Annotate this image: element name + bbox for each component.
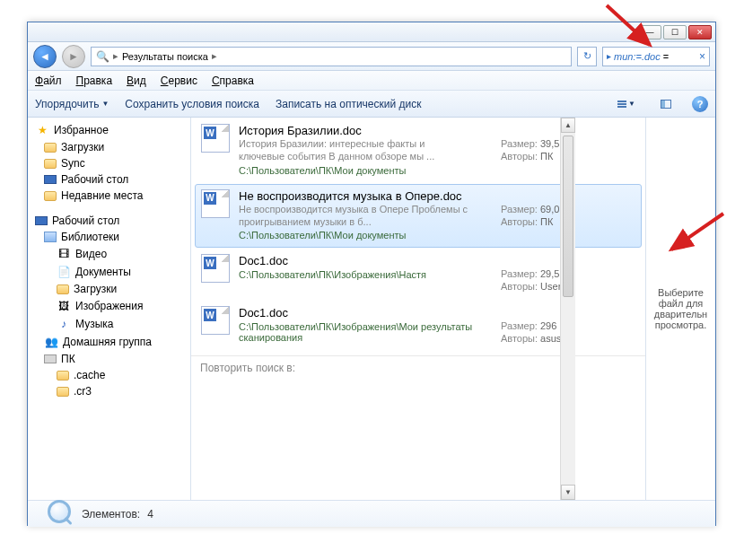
vertical-scrollbar[interactable]: ▲ ▼ <box>560 118 575 500</box>
word-doc-icon <box>201 189 230 218</box>
organize-button[interactable]: Упорядочить ▼ <box>35 98 109 110</box>
status-bar: Элементов: 4 <box>28 500 715 527</box>
address-bar[interactable]: 🔍 ▸ Результаты поиска ▸ <box>91 47 572 66</box>
navigation-bar: ◄ ► 🔍 ▸ Результаты поиска ▸ ↻ ▸ тип:=.do… <box>28 42 715 71</box>
result-row[interactable]: История Бразилии.doc История Бразилии: и… <box>191 118 645 184</box>
menu-edit[interactable]: Правка <box>76 74 113 87</box>
search-input[interactable]: ▸ тип:=.doc = × <box>602 47 710 66</box>
result-title: История Бразилии.doc <box>239 124 492 137</box>
status-label: Элементов: <box>82 508 140 521</box>
search-eq: = <box>663 51 669 62</box>
result-path: C:\Пользователи\ПК\Изображения\Мои резул… <box>239 321 492 343</box>
folder-icon <box>44 143 57 153</box>
explorer-window: — ☐ ✕ ◄ ► 🔍 ▸ Результаты поиска ▸ ↻ ▸ ти… <box>27 22 716 526</box>
menu-view[interactable]: Вид <box>127 74 146 87</box>
results-list: История Бразилии.doc История Бразилии: и… <box>191 118 645 500</box>
sidebar-desktop-root[interactable]: Рабочий стол <box>28 213 190 229</box>
folder-icon <box>57 371 69 381</box>
save-search-button[interactable]: Сохранить условия поиска <box>125 98 259 110</box>
pc-icon <box>44 354 57 363</box>
repeat-search-label: Повторить поиск в: <box>191 355 645 380</box>
sidebar-cr3[interactable]: .cr3 <box>28 383 190 399</box>
sidebar-images[interactable]: 🖼Изображения <box>28 297 190 315</box>
word-doc-icon <box>201 254 230 283</box>
breadcrumb[interactable]: Результаты поиска <box>122 51 208 62</box>
folder-icon <box>57 387 69 397</box>
status-count: 4 <box>147 508 153 521</box>
folder-icon <box>57 284 69 294</box>
folder-icon <box>44 191 57 201</box>
titlebar: — ☐ ✕ <box>28 22 715 42</box>
navigation-pane: ★Избранное Загрузки Sync Рабочий стол Не… <box>28 118 191 500</box>
help-button[interactable]: ? <box>692 96 708 112</box>
scroll-down-button[interactable]: ▼ <box>561 485 575 500</box>
preview-pane: Выберите файл для дварительн просмотра. <box>645 118 715 500</box>
result-path: C:\Пользователи\ПК\Мои документы <box>239 230 492 241</box>
preview-pane-button[interactable] <box>656 97 676 111</box>
desktop-icon <box>35 216 48 225</box>
search-results-icon: 🔍 <box>95 49 109 64</box>
sidebar-music[interactable]: ♪Музыка <box>28 315 190 333</box>
view-mode-button[interactable]: ▼ <box>613 97 640 110</box>
star-icon: ★ <box>35 123 49 137</box>
folder-icon <box>44 159 57 169</box>
close-button[interactable]: ✕ <box>688 25 712 39</box>
menu-bar: Файл Правка Вид Сервис Справка <box>28 71 715 91</box>
scroll-up-button[interactable]: ▲ <box>561 118 575 133</box>
word-doc-icon <box>201 306 230 335</box>
sidebar-desktop[interactable]: Рабочий стол <box>28 171 190 188</box>
magnifier-icon <box>46 500 74 529</box>
sidebar-cache[interactable]: .cache <box>28 367 190 383</box>
refresh-button[interactable]: ↻ <box>577 47 597 66</box>
desktop-icon <box>44 175 57 184</box>
images-icon: 🖼 <box>57 299 71 313</box>
breadcrumb-sep: ▸ <box>212 50 217 62</box>
sidebar-libraries[interactable]: Библиотеки <box>28 229 190 245</box>
search-scope-icon: ▸ <box>607 51 611 61</box>
result-description: История Бразилии: интересные факты и клю… <box>239 137 472 163</box>
minimize-button[interactable]: — <box>638 25 661 39</box>
sidebar-downloads2[interactable]: Загрузки <box>28 281 190 297</box>
sidebar-recent[interactable]: Недавние места <box>28 188 190 204</box>
sidebar-documents[interactable]: 📄Документы <box>28 263 190 281</box>
back-button[interactable]: ◄ <box>33 45 57 68</box>
result-path: C:\Пользователи\ПК\Мои документы <box>239 165 492 176</box>
menu-help[interactable]: Справка <box>212 74 254 87</box>
sidebar-downloads[interactable]: Загрузки <box>28 139 190 155</box>
music-icon: ♪ <box>57 317 71 331</box>
result-title: Doc1.doc <box>239 254 492 267</box>
result-description: Не воспроизводится музыка в Опере Пробле… <box>239 203 472 229</box>
sidebar-pc[interactable]: ПК <box>28 351 190 367</box>
list-view-icon <box>617 101 626 108</box>
breadcrumb-sep: ▸ <box>113 50 118 62</box>
command-bar: Упорядочить ▼ Сохранить условия поиска З… <box>28 91 715 118</box>
burn-disc-button[interactable]: Записать на оптический диск <box>276 98 422 110</box>
documents-icon: 📄 <box>57 265 71 279</box>
homegroup-icon: 👥 <box>44 335 58 349</box>
result-row[interactable]: Doc1.doc C:\Пользователи\ПК\Изображения\… <box>191 300 645 352</box>
maximize-button[interactable]: ☐ <box>663 25 687 39</box>
sidebar-homegroup[interactable]: 👥Домашняя группа <box>28 333 190 351</box>
word-doc-icon <box>201 124 230 153</box>
result-row[interactable]: Doc1.doc C:\Пользователи\ПК\Изображения\… <box>191 248 645 300</box>
menu-tools[interactable]: Сервис <box>161 74 197 87</box>
menu-file[interactable]: Файл <box>35 74 62 87</box>
forward-button[interactable]: ► <box>62 45 85 68</box>
content-area: ★Избранное Загрузки Sync Рабочий стол Не… <box>28 118 715 500</box>
video-icon: 🎞 <box>57 247 71 261</box>
scroll-thumb[interactable] <box>563 136 573 297</box>
clear-search-button[interactable]: × <box>699 50 705 63</box>
result-title: Не воспроизводится музыка в Опере.doc <box>239 189 492 203</box>
sidebar-favorites[interactable]: ★Избранное <box>28 121 190 139</box>
sidebar-sync[interactable]: Sync <box>28 155 190 171</box>
libraries-icon <box>44 232 57 242</box>
sidebar-video[interactable]: 🎞Видео <box>28 245 190 263</box>
search-query-tag: тип:=.doc <box>614 51 661 62</box>
result-path: C:\Пользователи\ПК\Изображения\Настя <box>239 269 492 280</box>
result-title: Doc1.doc <box>239 306 492 319</box>
